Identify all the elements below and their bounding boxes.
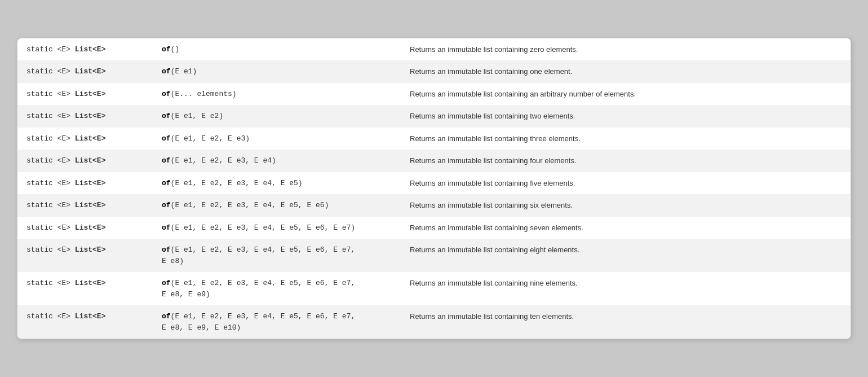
modifier-bold-text: List<E> bbox=[75, 67, 106, 76]
sig-method-name: of bbox=[162, 45, 171, 54]
sig-params: (E e1, E e2) bbox=[171, 112, 224, 120]
sig-params: E e8) bbox=[162, 257, 184, 265]
cell-modifiers: static <E> List<E> bbox=[17, 217, 153, 239]
modifier-bold-text: List<E> bbox=[75, 279, 106, 287]
sig-params: (E e1, E e2, E e3, E e4, E e5) bbox=[171, 179, 303, 187]
modifier-text: static <E> bbox=[26, 90, 75, 98]
sig-method-name: of bbox=[162, 90, 171, 98]
sig-method-name: of bbox=[162, 67, 171, 76]
sig-method-name: of bbox=[162, 156, 171, 165]
cell-signature: of() bbox=[153, 38, 401, 61]
cell-signature: of(E e1, E e2, E e3, E e4, E e5, E e6, E… bbox=[153, 217, 401, 239]
modifier-text: static <E> bbox=[26, 279, 75, 287]
cell-description: Returns an immutable list containing eig… bbox=[401, 239, 851, 272]
cell-signature: of(E... elements) bbox=[153, 83, 401, 106]
modifier-text: static <E> bbox=[26, 246, 75, 254]
sig-method-name: of bbox=[162, 279, 171, 287]
cell-description: Returns an immutable list containing fiv… bbox=[401, 172, 851, 195]
sig-params: (E e1, E e2, E e3, E e4, E e5, E e6, E e… bbox=[171, 223, 356, 232]
sig-params: (E e1, E e2, E e3, E e4, E e5, E e6, E e… bbox=[171, 312, 356, 321]
table-row: static <E> List<E>of(E e1, E e2, E e3, E… bbox=[17, 239, 851, 272]
table-row: static <E> List<E>of(E e1, E e2, E e3, E… bbox=[17, 172, 851, 195]
cell-signature: of(E e1) bbox=[153, 60, 401, 83]
sig-method-name: of bbox=[162, 246, 171, 254]
table-row: static <E> List<E>of(E e1, E e2, E e3, E… bbox=[17, 194, 851, 217]
sig-method-name: of bbox=[162, 312, 171, 321]
cell-signature: of(E e1, E e2, E e3, E e4, E e5, E e6, E… bbox=[153, 305, 401, 339]
cell-signature: of(E e1, E e2, E e3, E e4, E e5, E e6) bbox=[153, 194, 401, 217]
cell-description: Returns an immutable list containing sev… bbox=[401, 217, 851, 239]
cell-modifiers: static <E> List<E> bbox=[17, 105, 153, 128]
cell-modifiers: static <E> List<E> bbox=[17, 194, 153, 217]
modifier-text: static <E> bbox=[26, 312, 75, 321]
modifier-bold-text: List<E> bbox=[75, 179, 106, 187]
sig-params: E e8, E e9) bbox=[162, 290, 210, 299]
cell-description: Returns an immutable list containing zer… bbox=[401, 38, 851, 61]
table-row: static <E> List<E>of(E e1)Returns an imm… bbox=[17, 60, 851, 83]
sig-method-name: of bbox=[162, 179, 171, 187]
api-table: static <E> List<E>of()Returns an immutab… bbox=[17, 38, 851, 340]
sig-method-name: of bbox=[162, 201, 171, 209]
modifier-text: static <E> bbox=[26, 112, 75, 120]
modifier-bold-text: List<E> bbox=[75, 112, 106, 120]
table-row: static <E> List<E>of(E e1, E e2)Returns … bbox=[17, 105, 851, 128]
cell-modifiers: static <E> List<E> bbox=[17, 60, 153, 83]
cell-modifiers: static <E> List<E> bbox=[17, 272, 153, 305]
sig-params: () bbox=[171, 45, 180, 54]
modifier-text: static <E> bbox=[26, 201, 75, 209]
cell-signature: of(E e1, E e2, E e3, E e4, E e5, E e6, E… bbox=[153, 272, 401, 305]
modifier-text: static <E> bbox=[26, 179, 75, 187]
modifier-bold-text: List<E> bbox=[75, 312, 106, 321]
cell-description: Returns an immutable list containing two… bbox=[401, 105, 851, 128]
sig-params: (E... elements) bbox=[171, 90, 237, 98]
cell-description: Returns an immutable list containing six… bbox=[401, 194, 851, 217]
cell-signature: of(E e1, E e2, E e3) bbox=[153, 128, 401, 150]
cell-modifiers: static <E> List<E> bbox=[17, 150, 153, 172]
cell-description: Returns an immutable list containing an … bbox=[401, 83, 851, 106]
modifier-bold-text: List<E> bbox=[75, 246, 106, 254]
table-row: static <E> List<E>of(E... elements)Retur… bbox=[17, 83, 851, 106]
cell-description: Returns an immutable list containing nin… bbox=[401, 272, 851, 305]
cell-modifiers: static <E> List<E> bbox=[17, 38, 153, 61]
cell-signature: of(E e1, E e2) bbox=[153, 105, 401, 128]
modifier-text: static <E> bbox=[26, 156, 75, 165]
modifier-bold-text: List<E> bbox=[75, 134, 106, 143]
cell-modifiers: static <E> List<E> bbox=[17, 172, 153, 195]
sig-params: E e8, E e9, E e10) bbox=[162, 323, 241, 332]
modifier-bold-text: List<E> bbox=[75, 156, 106, 165]
cell-modifiers: static <E> List<E> bbox=[17, 239, 153, 272]
cell-description: Returns an immutable list containing fou… bbox=[401, 150, 851, 172]
sig-params: (E e1) bbox=[171, 67, 197, 76]
table-row: static <E> List<E>of(E e1, E e2, E e3, E… bbox=[17, 150, 851, 172]
sig-method-name: of bbox=[162, 112, 171, 120]
cell-description: Returns an immutable list containing thr… bbox=[401, 128, 851, 150]
cell-description: Returns an immutable list containing ten… bbox=[401, 305, 851, 339]
modifier-bold-text: List<E> bbox=[75, 201, 106, 209]
sig-method-name: of bbox=[162, 134, 171, 143]
cell-description: Returns an immutable list containing one… bbox=[401, 60, 851, 83]
method-table: static <E> List<E>of()Returns an immutab… bbox=[17, 38, 851, 339]
cell-signature: of(E e1, E e2, E e3, E e4) bbox=[153, 150, 401, 172]
sig-params: (E e1, E e2, E e3, E e4, E e5, E e6, E e… bbox=[171, 279, 356, 287]
table-row: static <E> List<E>of(E e1, E e2, E e3, E… bbox=[17, 217, 851, 239]
cell-signature: of(E e1, E e2, E e3, E e4, E e5) bbox=[153, 172, 401, 195]
modifier-bold-text: List<E> bbox=[75, 223, 106, 232]
cell-modifiers: static <E> List<E> bbox=[17, 305, 153, 339]
sig-method-name: of bbox=[162, 223, 171, 232]
sig-params: (E e1, E e2, E e3, E e4) bbox=[171, 156, 276, 165]
sig-params: (E e1, E e2, E e3, E e4, E e5, E e6) bbox=[171, 201, 329, 209]
table-row: static <E> List<E>of(E e1, E e2, E e3, E… bbox=[17, 272, 851, 305]
table-row: static <E> List<E>of(E e1, E e2, E e3, E… bbox=[17, 305, 851, 339]
cell-modifiers: static <E> List<E> bbox=[17, 128, 153, 150]
modifier-bold-text: List<E> bbox=[75, 45, 106, 54]
sig-params: (E e1, E e2, E e3, E e4, E e5, E e6, E e… bbox=[171, 246, 356, 254]
modifier-text: static <E> bbox=[26, 67, 75, 76]
table-row: static <E> List<E>of()Returns an immutab… bbox=[17, 38, 851, 61]
table-row: static <E> List<E>of(E e1, E e2, E e3)Re… bbox=[17, 128, 851, 150]
modifier-text: static <E> bbox=[26, 223, 75, 232]
cell-signature: of(E e1, E e2, E e3, E e4, E e5, E e6, E… bbox=[153, 239, 401, 272]
modifier-bold-text: List<E> bbox=[75, 90, 106, 98]
cell-modifiers: static <E> List<E> bbox=[17, 83, 153, 106]
modifier-text: static <E> bbox=[26, 134, 75, 143]
modifier-text: static <E> bbox=[26, 45, 75, 54]
